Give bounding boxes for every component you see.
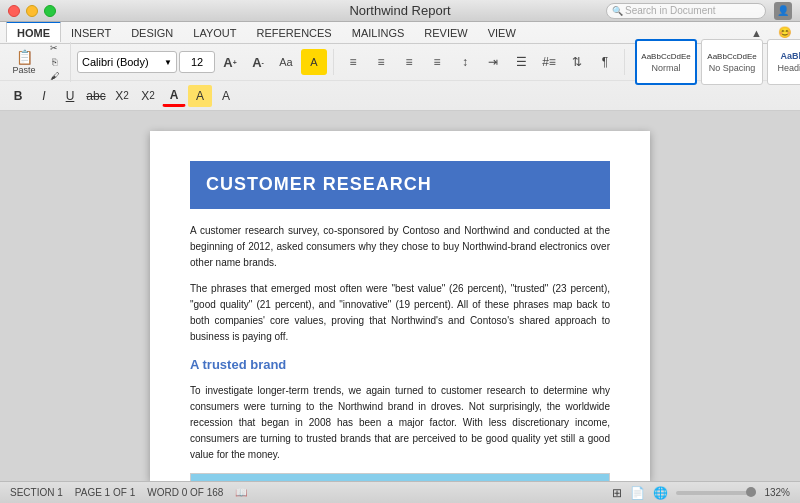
document-title-banner: CUSTOMER RESEARCH — [190, 161, 610, 209]
decrease-font-button[interactable]: A- — [245, 49, 271, 75]
traffic-lights — [8, 5, 56, 17]
document-area: CUSTOMER RESEARCH A customer research su… — [0, 111, 800, 481]
app-window: Northwind Report 🔍 Search in Document 👤 … — [0, 0, 800, 503]
style-normal-label: Normal — [651, 63, 680, 73]
tab-design[interactable]: DESIGN — [121, 22, 183, 43]
zoom-thumb — [746, 487, 756, 497]
document-page: CUSTOMER RESEARCH A customer research su… — [150, 131, 650, 481]
title-bar-search-area: 🔍 Search in Document 👤 — [606, 2, 792, 20]
align-center-button[interactable]: ≡ — [368, 49, 394, 75]
formatting-group: B I U abc X2 X2 A A A — [6, 85, 244, 107]
read-view-icon[interactable]: 📄 — [630, 486, 645, 500]
search-wrap: 🔍 Search in Document — [606, 3, 766, 19]
style-heading1-label: Heading 1 — [777, 63, 800, 73]
search-input[interactable]: Search in Document — [606, 3, 766, 19]
zoom-level: 132% — [764, 487, 790, 498]
emoji-button[interactable]: 😊 — [770, 26, 800, 39]
style-no-spacing-preview: AaBbCcDdEe — [707, 52, 756, 61]
paragraph-2: The phrases that emerged most often were… — [190, 281, 610, 345]
justify-button[interactable]: ≡ — [424, 49, 450, 75]
ribbon-collapse-button[interactable]: ▲ — [743, 27, 770, 39]
copy-button[interactable]: ⎘ — [44, 56, 64, 68]
style-heading1-preview: AaBbCc — [780, 51, 800, 61]
document-title-text: CUSTOMER RESEARCH — [206, 174, 432, 194]
word-count-status: WORD 0 OF 168 — [147, 487, 223, 498]
font-size-selector[interactable]: 12 — [179, 51, 215, 73]
tab-view[interactable]: VIEW — [478, 22, 526, 43]
font-group: Calibri (Body) ▼ 12 A+ A- Aa A — [77, 49, 334, 75]
book-icon[interactable]: 📖 — [235, 487, 247, 498]
paragraph-1-text: A customer research survey, co-sponsored… — [190, 225, 610, 268]
highlight-color-button[interactable]: A — [188, 85, 212, 107]
font-family-selector[interactable]: Calibri (Body) ▼ — [77, 51, 177, 73]
font-family-dropdown-icon: ▼ — [164, 58, 172, 67]
line-spacing-button[interactable]: ↕ — [452, 49, 478, 75]
tab-review[interactable]: REVIEW — [414, 22, 477, 43]
show-marks-button[interactable]: ¶ — [592, 49, 618, 75]
cut-button[interactable]: ✂ — [44, 42, 64, 54]
clipboard-sub: ✂ ⎘ 🖌 — [44, 42, 64, 82]
toolbar-row-1: 📋 Paste ✂ ⎘ 🖌 Calibri (Body) ▼ 12 A+ — [0, 44, 800, 80]
indent-button[interactable]: ⇥ — [480, 49, 506, 75]
tab-references[interactable]: REFERENCES — [247, 22, 342, 43]
paragraph-group: ≡ ≡ ≡ ≡ ↕ ⇥ ☰ #≡ ⇅ ¶ — [340, 49, 625, 75]
font-color-button2[interactable]: A — [214, 85, 238, 107]
text-color-button[interactable]: A — [162, 85, 186, 107]
clipboard-group: 📋 Paste ✂ ⎘ 🖌 — [6, 42, 71, 82]
search-icon: 🔍 — [612, 6, 623, 16]
format-painter-button[interactable]: 🖌 — [44, 70, 64, 82]
style-normal[interactable]: AaBbCcDdEe Normal — [635, 39, 697, 85]
style-no-spacing[interactable]: AaBbCcDdEe No Spacing — [701, 39, 763, 85]
subscript-button[interactable]: X2 — [110, 85, 134, 107]
web-view-icon[interactable]: 🌐 — [653, 486, 668, 500]
document-image: ✳ ✳ ✳ ✳ — [190, 473, 610, 481]
status-bar: SECTION 1 PAGE 1 OF 1 WORD 0 OF 168 📖 ⊞ … — [0, 481, 800, 503]
italic-button[interactable]: I — [32, 85, 56, 107]
tab-layout[interactable]: LAYOUT — [183, 22, 246, 43]
paragraph-2-text: The phrases that emerged most often were… — [190, 283, 610, 342]
ribbon: HOME INSERT DESIGN LAYOUT REFERENCES MAI… — [0, 22, 800, 111]
paragraph-1: A customer research survey, co-sponsored… — [190, 223, 610, 271]
close-button[interactable] — [8, 5, 20, 17]
user-icon-symbol: 👤 — [777, 5, 789, 16]
window-title: Northwind Report — [349, 3, 450, 18]
align-right-button[interactable]: ≡ — [396, 49, 422, 75]
section-status: SECTION 1 — [10, 487, 63, 498]
font-size-value: 12 — [191, 56, 203, 68]
style-normal-preview: AaBbCcDdEe — [641, 52, 690, 61]
search-placeholder: Search in Document — [625, 5, 716, 16]
page-status: PAGE 1 OF 1 — [75, 487, 135, 498]
paste-button[interactable]: 📋 Paste — [6, 45, 42, 79]
style-heading1[interactable]: AaBbCc Heading 1 — [767, 39, 800, 85]
title-bar: Northwind Report 🔍 Search in Document 👤 — [0, 0, 800, 22]
change-case-button[interactable]: Aa — [273, 49, 299, 75]
bullet-list-button[interactable]: ☰ — [508, 49, 534, 75]
layout-view-icon[interactable]: ⊞ — [612, 486, 622, 500]
font-family-value: Calibri (Body) — [82, 56, 149, 68]
tab-mailings[interactable]: MAILINGS — [342, 22, 415, 43]
section-heading-text: A trusted brand — [190, 357, 286, 372]
tab-home[interactable]: HOME — [6, 21, 61, 42]
highlight-button[interactable]: A — [301, 49, 327, 75]
user-icon[interactable]: 👤 — [774, 2, 792, 20]
paste-icon: 📋 — [16, 49, 33, 65]
align-left-button[interactable]: ≡ — [340, 49, 366, 75]
maximize-button[interactable] — [44, 5, 56, 17]
status-right-area: ⊞ 📄 🌐 132% — [612, 486, 790, 500]
section-heading: A trusted brand — [190, 355, 610, 375]
superscript-button[interactable]: X2 — [136, 85, 160, 107]
underline-button[interactable]: U — [58, 85, 82, 107]
bold-button[interactable]: B — [6, 85, 30, 107]
paste-label: Paste — [12, 65, 35, 75]
sort-button[interactable]: ⇅ — [564, 49, 590, 75]
tab-insert[interactable]: INSERT — [61, 22, 121, 43]
paragraph-3-text: To investigate longer-term trends, we ag… — [190, 385, 610, 460]
style-no-spacing-label: No Spacing — [709, 63, 756, 73]
minimize-button[interactable] — [26, 5, 38, 17]
styles-pane: AaBbCcDdEe Normal AaBbCcDdEe No Spacing … — [631, 39, 800, 85]
strikethrough-button[interactable]: abc — [84, 85, 108, 107]
paragraph-3: To investigate longer-term trends, we ag… — [190, 383, 610, 463]
increase-font-button[interactable]: A+ — [217, 49, 243, 75]
numbered-list-button[interactable]: #≡ — [536, 49, 562, 75]
zoom-slider[interactable] — [676, 491, 756, 495]
